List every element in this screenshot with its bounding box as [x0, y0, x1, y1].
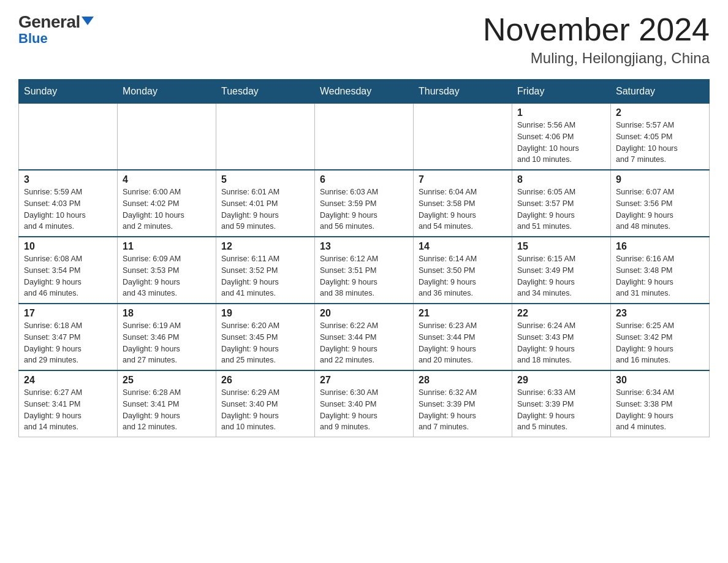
day-number: 14 — [419, 241, 507, 252]
day-number: 1 — [517, 107, 605, 118]
day-info: Sunrise: 6:23 AMSunset: 3:44 PMDaylight:… — [419, 320, 507, 366]
calendar-week-row: 1Sunrise: 5:56 AMSunset: 4:06 PMDaylight… — [19, 104, 710, 170]
day-number: 26 — [221, 375, 309, 386]
day-info: Sunrise: 6:27 AMSunset: 3:41 PMDaylight:… — [24, 387, 112, 433]
day-number: 2 — [616, 107, 704, 118]
calendar-week-row: 3Sunrise: 5:59 AMSunset: 4:03 PMDaylight… — [19, 170, 710, 237]
table-row: 13Sunrise: 6:12 AMSunset: 3:51 PMDayligh… — [315, 237, 414, 304]
table-row: 2Sunrise: 5:57 AMSunset: 4:05 PMDaylight… — [611, 104, 710, 170]
day-number: 4 — [123, 174, 211, 185]
header-friday: Friday — [512, 80, 611, 104]
calendar-week-row: 17Sunrise: 6:18 AMSunset: 3:47 PMDayligh… — [19, 304, 710, 370]
day-info: Sunrise: 6:12 AMSunset: 3:51 PMDaylight:… — [320, 253, 408, 299]
day-number: 7 — [419, 174, 507, 185]
day-info: Sunrise: 6:07 AMSunset: 3:56 PMDaylight:… — [616, 186, 704, 232]
table-row: 24Sunrise: 6:27 AMSunset: 3:41 PMDayligh… — [19, 370, 118, 437]
table-row — [118, 104, 216, 170]
day-number: 29 — [517, 375, 605, 386]
logo-top: General — [18, 12, 94, 32]
day-number: 13 — [320, 241, 408, 252]
table-row: 22Sunrise: 6:24 AMSunset: 3:43 PMDayligh… — [512, 304, 611, 370]
table-row — [315, 104, 414, 170]
logo-triangle-icon — [82, 17, 94, 25]
calendar-subtitle: Muling, Heilongjiang, China — [483, 50, 710, 67]
table-row: 6Sunrise: 6:03 AMSunset: 3:59 PMDaylight… — [315, 170, 414, 237]
day-info: Sunrise: 5:59 AMSunset: 4:03 PMDaylight:… — [24, 186, 112, 232]
day-number: 17 — [24, 308, 112, 319]
header-thursday: Thursday — [414, 80, 512, 104]
day-number: 9 — [616, 174, 704, 185]
day-number: 20 — [320, 308, 408, 319]
day-info: Sunrise: 6:18 AMSunset: 3:47 PMDaylight:… — [24, 320, 112, 366]
day-info: Sunrise: 6:22 AMSunset: 3:44 PMDaylight:… — [320, 320, 408, 366]
table-row: 26Sunrise: 6:29 AMSunset: 3:40 PMDayligh… — [216, 370, 315, 437]
day-info: Sunrise: 5:57 AMSunset: 4:05 PMDaylight:… — [616, 120, 704, 166]
table-row: 29Sunrise: 6:33 AMSunset: 3:39 PMDayligh… — [512, 370, 611, 437]
table-row: 28Sunrise: 6:32 AMSunset: 3:39 PMDayligh… — [414, 370, 512, 437]
day-number: 15 — [517, 241, 605, 252]
table-row: 8Sunrise: 6:05 AMSunset: 3:57 PMDaylight… — [512, 170, 611, 237]
day-info: Sunrise: 6:16 AMSunset: 3:48 PMDaylight:… — [616, 253, 704, 299]
title-area: November 2024 Muling, Heilongjiang, Chin… — [483, 12, 710, 67]
calendar-title: November 2024 — [483, 12, 710, 47]
day-number: 25 — [123, 375, 211, 386]
day-number: 16 — [616, 241, 704, 252]
day-number: 12 — [221, 241, 309, 252]
table-row: 5Sunrise: 6:01 AMSunset: 4:01 PMDaylight… — [216, 170, 315, 237]
page-header: General Blue November 2024 Muling, Heilo… — [18, 12, 710, 67]
day-number: 10 — [24, 241, 112, 252]
day-number: 21 — [419, 308, 507, 319]
table-row: 19Sunrise: 6:20 AMSunset: 3:45 PMDayligh… — [216, 304, 315, 370]
day-number: 27 — [320, 375, 408, 386]
day-number: 11 — [123, 241, 211, 252]
logo-bottom: Blue — [18, 31, 48, 47]
day-number: 18 — [123, 308, 211, 319]
calendar-week-row: 10Sunrise: 6:08 AMSunset: 3:54 PMDayligh… — [19, 237, 710, 304]
day-info: Sunrise: 6:20 AMSunset: 3:45 PMDaylight:… — [221, 320, 309, 366]
table-row: 7Sunrise: 6:04 AMSunset: 3:58 PMDaylight… — [414, 170, 512, 237]
table-row: 1Sunrise: 5:56 AMSunset: 4:06 PMDaylight… — [512, 104, 611, 170]
day-info: Sunrise: 6:24 AMSunset: 3:43 PMDaylight:… — [517, 320, 605, 366]
table-row: 4Sunrise: 6:00 AMSunset: 4:02 PMDaylight… — [118, 170, 216, 237]
day-info: Sunrise: 6:25 AMSunset: 3:42 PMDaylight:… — [616, 320, 704, 366]
table-row: 14Sunrise: 6:14 AMSunset: 3:50 PMDayligh… — [414, 237, 512, 304]
table-row: 17Sunrise: 6:18 AMSunset: 3:47 PMDayligh… — [19, 304, 118, 370]
day-number: 3 — [24, 174, 112, 185]
day-info: Sunrise: 6:34 AMSunset: 3:38 PMDaylight:… — [616, 387, 704, 433]
day-info: Sunrise: 5:56 AMSunset: 4:06 PMDaylight:… — [517, 120, 605, 166]
header-saturday: Saturday — [611, 80, 710, 104]
day-number: 24 — [24, 375, 112, 386]
day-info: Sunrise: 6:33 AMSunset: 3:39 PMDaylight:… — [517, 387, 605, 433]
table-row: 9Sunrise: 6:07 AMSunset: 3:56 PMDaylight… — [611, 170, 710, 237]
day-number: 5 — [221, 174, 309, 185]
day-info: Sunrise: 6:03 AMSunset: 3:59 PMDaylight:… — [320, 186, 408, 232]
day-info: Sunrise: 6:08 AMSunset: 3:54 PMDaylight:… — [24, 253, 112, 299]
day-info: Sunrise: 6:28 AMSunset: 3:41 PMDaylight:… — [123, 387, 211, 433]
day-info: Sunrise: 6:00 AMSunset: 4:02 PMDaylight:… — [123, 186, 211, 232]
table-row: 30Sunrise: 6:34 AMSunset: 3:38 PMDayligh… — [611, 370, 710, 437]
table-row: 11Sunrise: 6:09 AMSunset: 3:53 PMDayligh… — [118, 237, 216, 304]
logo: General Blue — [18, 12, 94, 47]
table-row: 21Sunrise: 6:23 AMSunset: 3:44 PMDayligh… — [414, 304, 512, 370]
weekday-header-row: Sunday Monday Tuesday Wednesday Thursday… — [19, 80, 710, 104]
day-info: Sunrise: 6:09 AMSunset: 3:53 PMDaylight:… — [123, 253, 211, 299]
table-row — [19, 104, 118, 170]
table-row: 16Sunrise: 6:16 AMSunset: 3:48 PMDayligh… — [611, 237, 710, 304]
table-row: 27Sunrise: 6:30 AMSunset: 3:40 PMDayligh… — [315, 370, 414, 437]
table-row: 15Sunrise: 6:15 AMSunset: 3:49 PMDayligh… — [512, 237, 611, 304]
day-info: Sunrise: 6:14 AMSunset: 3:50 PMDaylight:… — [419, 253, 507, 299]
table-row: 25Sunrise: 6:28 AMSunset: 3:41 PMDayligh… — [118, 370, 216, 437]
day-info: Sunrise: 6:04 AMSunset: 3:58 PMDaylight:… — [419, 186, 507, 232]
calendar-table: Sunday Monday Tuesday Wednesday Thursday… — [18, 79, 710, 437]
day-info: Sunrise: 6:05 AMSunset: 3:57 PMDaylight:… — [517, 186, 605, 232]
day-info: Sunrise: 6:30 AMSunset: 3:40 PMDaylight:… — [320, 387, 408, 433]
day-info: Sunrise: 6:29 AMSunset: 3:40 PMDaylight:… — [221, 387, 309, 433]
table-row: 20Sunrise: 6:22 AMSunset: 3:44 PMDayligh… — [315, 304, 414, 370]
day-number: 22 — [517, 308, 605, 319]
day-info: Sunrise: 6:32 AMSunset: 3:39 PMDaylight:… — [419, 387, 507, 433]
day-info: Sunrise: 6:11 AMSunset: 3:52 PMDaylight:… — [221, 253, 309, 299]
day-info: Sunrise: 6:19 AMSunset: 3:46 PMDaylight:… — [123, 320, 211, 366]
table-row — [216, 104, 315, 170]
header-tuesday: Tuesday — [216, 80, 315, 104]
day-number: 6 — [320, 174, 408, 185]
